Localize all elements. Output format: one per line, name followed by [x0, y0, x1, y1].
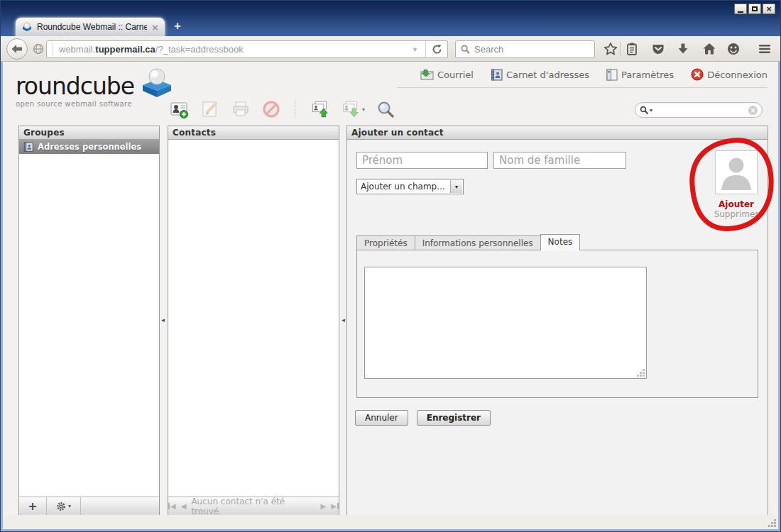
tab-personal-info[interactable]: Informations personnelles	[415, 235, 541, 250]
url-bar[interactable]: webmail.tuppermail.ca/?_task=addressbook…	[46, 40, 448, 58]
toolbar-separator	[295, 100, 295, 118]
cancel-button[interactable]: Annuler	[355, 410, 408, 426]
search-icon	[461, 45, 470, 54]
contact-form: Ajouter un champ... ▾ Ajouter Supprimer …	[347, 140, 768, 516]
contacts-empty-message: Aucun contact n'a été trouvé.	[191, 497, 315, 516]
groups-options-button[interactable]: ▾	[47, 497, 81, 515]
contacts-pager: ◀ ◀ Aucun contact n'a été trouvé. ▶ ▶	[168, 497, 339, 515]
site-identity-globe-icon	[33, 43, 44, 57]
mail-icon	[420, 70, 434, 80]
window-controls: ×	[734, 4, 775, 14]
export-icon	[340, 99, 359, 119]
export-contacts-button[interactable]	[340, 100, 359, 119]
pocket-icon[interactable]	[651, 42, 665, 56]
edit-contact-button[interactable]	[200, 100, 219, 119]
add-field-select[interactable]: Ajouter un champ... ▾	[356, 179, 464, 194]
taskbar-settings[interactable]: Paramètres	[606, 69, 674, 81]
add-contact-button[interactable]	[170, 100, 189, 119]
tab-close-icon[interactable]: ×	[151, 23, 159, 32]
menu-hamburger-icon[interactable]	[758, 42, 772, 56]
plus-icon: +	[28, 499, 37, 513]
browser-window: × Roundcube Webmail :: Carne... × +	[0, 0, 781, 532]
bookmark-star-icon[interactable]	[604, 42, 618, 56]
roundcube-page: roundcube open source webmail software	[3, 62, 778, 516]
minimize-button[interactable]	[734, 4, 747, 14]
settings-icon	[606, 69, 618, 81]
url-domain: tuppermail.ca	[95, 44, 155, 55]
addressbook-small-icon	[23, 142, 33, 152]
form-panel-title: Ajouter un contact	[347, 126, 768, 140]
roundcube-logo: roundcube open source webmail software	[16, 67, 175, 108]
taskbar-logout[interactable]: Déconnexion	[691, 68, 768, 81]
maximize-button[interactable]	[748, 4, 761, 14]
taskbar-mail[interactable]: Courriel	[420, 70, 474, 80]
search-clear-icon[interactable]: ×	[748, 106, 758, 115]
gear-caret-icon: ▾	[68, 503, 71, 509]
group-item-personal-addresses[interactable]: Adresses personnelles	[19, 140, 159, 154]
import-icon	[310, 99, 329, 119]
first-page-button[interactable]: ◀	[168, 502, 176, 510]
groups-panel-title: Groupes	[19, 126, 159, 140]
downloads-icon[interactable]	[676, 42, 690, 56]
toolbar-divider	[620, 42, 621, 56]
last-page-button[interactable]: ▶	[331, 502, 339, 510]
url-path: /?_task=addressbook	[155, 44, 244, 55]
notes-textarea[interactable]	[364, 267, 647, 379]
browser-tab[interactable]: Roundcube Webmail :: Carne... ×	[15, 17, 165, 36]
import-contacts-button[interactable]	[310, 100, 329, 119]
close-icon: ×	[765, 4, 772, 13]
search-scope-caret-icon[interactable]: ▾	[650, 107, 652, 113]
add-group-button[interactable]: +	[19, 497, 47, 515]
save-button[interactable]: Enregistrer	[417, 410, 491, 426]
taskbar-mail-label: Courriel	[437, 70, 474, 80]
firstname-field[interactable]	[356, 152, 488, 169]
next-page-button[interactable]: ▶	[321, 502, 327, 510]
maximize-icon	[752, 6, 758, 11]
roundcube-favicon	[21, 21, 33, 33]
lastname-field[interactable]	[493, 152, 626, 169]
reload-button[interactable]	[426, 41, 447, 57]
reload-icon	[432, 44, 442, 55]
edit-pencil-icon	[201, 100, 219, 118]
tab-properties[interactable]: Propriétés	[356, 235, 415, 250]
photo-add-link[interactable]: Ajouter	[694, 199, 779, 209]
search-placeholder: Search	[474, 44, 503, 55]
prev-page-icon: ◀	[181, 502, 187, 510]
taskbar-addressbook[interactable]: Carnet d'adresses	[491, 69, 589, 81]
contacts-panel: Contacts ◀ ◀ Aucun contact n'a été trouv…	[168, 126, 339, 516]
delete-contact-button[interactable]	[261, 100, 280, 119]
print-contact-button[interactable]	[231, 100, 250, 119]
group-item-label: Adresses personnelles	[38, 142, 141, 152]
browser-search-field[interactable]: Search	[455, 40, 595, 58]
add-contact-icon	[170, 100, 189, 119]
addressbook-icon	[491, 69, 503, 81]
magnifier-icon	[376, 100, 395, 119]
close-button[interactable]: ×	[763, 4, 775, 14]
url-dropdown-icon[interactable]: ▼	[405, 46, 425, 53]
back-button[interactable]	[6, 38, 28, 60]
prev-page-button[interactable]: ◀	[181, 502, 187, 510]
groups-splitter-handle[interactable]: ◂	[160, 316, 166, 324]
export-dropdown-icon[interactable]: ▾	[362, 106, 365, 113]
form-tabs: Propriétés Informations personnelles Not…	[356, 234, 579, 250]
taskbar-settings-label: Paramètres	[621, 70, 674, 80]
gear-icon	[56, 501, 66, 511]
select-arrow-icon: ▾	[450, 180, 462, 193]
bookmarks-menu-icon[interactable]	[625, 42, 639, 56]
contact-photo-frame[interactable]	[715, 150, 758, 194]
back-arrow-icon	[11, 44, 23, 54]
window-resize-grip[interactable]	[767, 518, 777, 528]
delete-icon	[262, 100, 280, 118]
chat-smiley-icon[interactable]	[726, 42, 741, 56]
groups-panel: Groupes Adresses personnelles +	[18, 126, 160, 516]
quick-search-input[interactable]: ▾ ×	[635, 102, 763, 118]
app-taskbar: Courriel Carnet d'adresses	[397, 62, 768, 88]
new-tab-button[interactable]: +	[174, 19, 181, 33]
contacts-splitter-handle[interactable]: ◂	[340, 316, 346, 324]
quick-search-icon	[640, 106, 649, 115]
photo-delete-link[interactable]: Supprimer	[694, 209, 779, 219]
search-contacts-button[interactable]	[376, 100, 395, 119]
first-page-icon: ◀	[170, 502, 176, 510]
tab-notes[interactable]: Notes	[540, 234, 581, 250]
home-icon[interactable]	[702, 42, 716, 56]
